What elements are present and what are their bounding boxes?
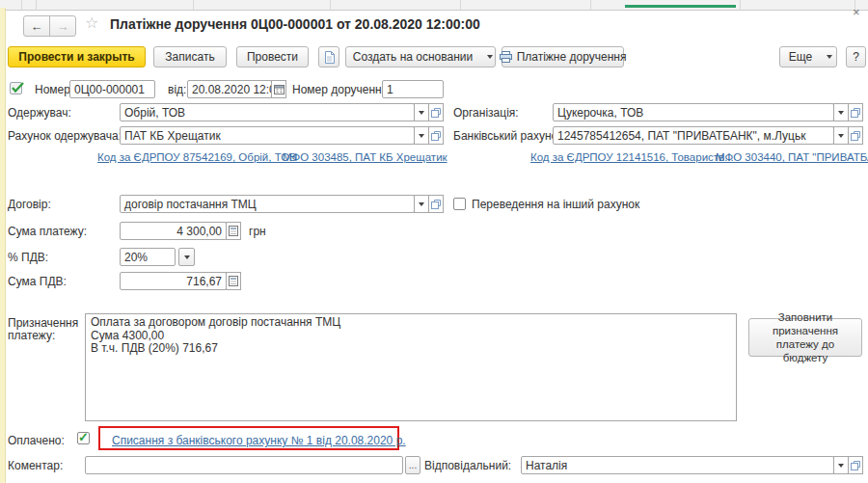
recipient-open-button[interactable] [428, 103, 444, 121]
organization-mfo-link[interactable]: МФО 303440, ПАТ "ПРИВАТБА... [716, 151, 868, 163]
amount-calculator-button[interactable] [226, 222, 241, 240]
responsible-input[interactable]: Наталія [521, 456, 834, 474]
chevron-down-icon [419, 134, 424, 138]
currency-label: грн [249, 225, 266, 238]
amount-label: Сума платежу: [8, 225, 87, 238]
more-button[interactable]: Еще [779, 46, 837, 67]
organization-label: Організація: [453, 106, 519, 120]
print-button-label: Платіжне доручення [517, 50, 627, 64]
printer-icon [500, 51, 512, 63]
recipient-account-label: Рахунок одержувача: [8, 129, 122, 143]
post-and-close-label: Провести и закрыть [18, 50, 134, 64]
bank-account-dropdown-button[interactable] [833, 126, 849, 145]
page-title: Платіжне доручення 0Ц00-000001 от 20.08.… [110, 16, 480, 32]
chevron-down-icon [184, 255, 190, 259]
transfer-account-checkbox[interactable] [453, 198, 466, 210]
vat-rate-dropdown-button[interactable] [178, 248, 195, 266]
paid-label: Оплачено: [8, 434, 65, 447]
open-icon [431, 108, 441, 118]
contract-dropdown-button[interactable] [414, 195, 429, 213]
order-number-input[interactable]: 1 [382, 80, 444, 98]
print-payment-order-button[interactable]: Платіжне доручення [502, 46, 624, 67]
back-button[interactable]: ← [23, 15, 50, 37]
active-tab-indicator [625, 5, 736, 8]
fill-budget-purpose-button[interactable]: Заповнити призначення платежу до бюджету [748, 318, 862, 357]
chevron-down-icon[interactable] [827, 55, 832, 59]
favorite-star-icon[interactable]: ☆ [85, 13, 98, 32]
calculator-icon [229, 226, 238, 236]
forward-button[interactable]: → [49, 15, 76, 37]
open-icon [851, 461, 860, 470]
save-label: Записать [165, 50, 214, 64]
create-based-on-button[interactable]: Создать на основании [345, 46, 496, 67]
amount-input[interactable]: 4 300,00 [120, 222, 227, 240]
open-icon [851, 108, 860, 118]
contract-label: Договір: [8, 198, 51, 211]
recipient-account-dropdown-button[interactable] [414, 126, 429, 145]
responsible-label: Відповідальний: [424, 459, 511, 472]
date-input-group: 20.08.2020 12:00:0 [187, 80, 286, 98]
open-icon [431, 131, 441, 141]
recipient-edrpou-link[interactable]: Код за ЄДРПОУ 87542169, Обрій, ТОВ [97, 151, 297, 163]
recipient-dropdown-button[interactable] [414, 103, 429, 121]
posted-document-icon [10, 81, 26, 95]
paid-checkbox[interactable] [77, 432, 90, 444]
responsible-open-button[interactable] [848, 456, 863, 474]
purpose-label-line2: платежу: [8, 329, 55, 342]
post-and-close-button[interactable]: Провести и закрыть [8, 46, 146, 67]
number-input[interactable]: 0Ц00-000001 [69, 80, 155, 98]
document-icon [324, 51, 335, 64]
bank-account-input[interactable]: 1245785412654, ПАТ "ПРИВАТБАНК", м.Луцьк [553, 126, 834, 145]
organization-dropdown-button[interactable] [833, 103, 849, 121]
contract-open-button[interactable] [428, 195, 444, 213]
contract-input[interactable]: договір постачання ТМЦ [120, 195, 415, 213]
vat-amount-label: Сума ПДВ: [8, 275, 67, 288]
recipient-mfo-link[interactable]: МФО 303485, ПАТ КБ Хрещатик [283, 151, 448, 163]
date-input[interactable]: 20.08.2020 12:00:0 [187, 80, 272, 98]
vat-amount-input[interactable]: 716,67 [120, 272, 227, 290]
left-edge-strip [0, 8, 6, 483]
bank-writeoff-link[interactable]: Списання з банківського рахунку № 1 від … [112, 434, 406, 447]
forward-icon: → [57, 19, 69, 34]
organization-input[interactable]: Цукерочка, ТОВ [553, 103, 834, 121]
recipient-account-input[interactable]: ПАТ КБ Хрещатик [120, 126, 415, 145]
date-label: від: [168, 83, 186, 96]
amount-input-group: 4 300,00 [120, 222, 241, 240]
chevron-down-icon [419, 202, 424, 206]
comment-input[interactable] [85, 456, 403, 474]
help-button[interactable]: ? [846, 46, 866, 67]
comment-more-button[interactable]: ... [405, 456, 420, 474]
organization-input-group: Цукерочка, ТОВ [553, 103, 863, 121]
create-based-on-label: Создать на основании [353, 50, 474, 64]
recipient-account-open-button[interactable] [428, 126, 444, 145]
tab-separator [460, 0, 461, 10]
help-label: ? [853, 50, 859, 64]
purpose-textarea[interactable]: Оплата за договором договір постачання Т… [85, 313, 737, 421]
chevron-down-icon [838, 111, 844, 115]
payment-order-window: ← → ☆ Платіжне доручення 0Ц00-000001 от … [0, 0, 868, 483]
save-button[interactable]: Записать [153, 46, 227, 67]
bank-account-open-button[interactable] [848, 126, 863, 145]
document-icon-button[interactable] [318, 46, 339, 67]
vat-rate-input[interactable]: 20% [120, 248, 176, 266]
comment-label: Коментар: [8, 459, 63, 472]
post-label: Провести [247, 50, 298, 64]
post-button[interactable]: Провести [236, 46, 309, 67]
organization-edrpou-link[interactable]: Код за ЄДРПОУ 12141516, Товариств... [530, 151, 734, 163]
more-label: Еще [789, 50, 812, 64]
chevron-down-icon [838, 134, 844, 138]
recipient-input[interactable]: Обрій, ТОВ [120, 103, 415, 121]
calculator-icon [229, 276, 238, 286]
tab-separator [740, 0, 741, 10]
tab-separator [590, 0, 591, 10]
responsible-dropdown-button[interactable] [833, 456, 849, 474]
calendar-button[interactable] [271, 80, 286, 98]
close-icon[interactable]: × [853, 5, 860, 19]
tab-separator [36, 0, 37, 10]
responsible-input-group: Наталія [521, 456, 863, 474]
tab-strip [0, 0, 868, 11]
bank-account-label: Банківський рахунок: [453, 129, 566, 143]
chevron-down-icon[interactable] [487, 55, 493, 59]
organization-open-button[interactable] [848, 103, 863, 121]
vat-calculator-button[interactable] [226, 272, 241, 290]
